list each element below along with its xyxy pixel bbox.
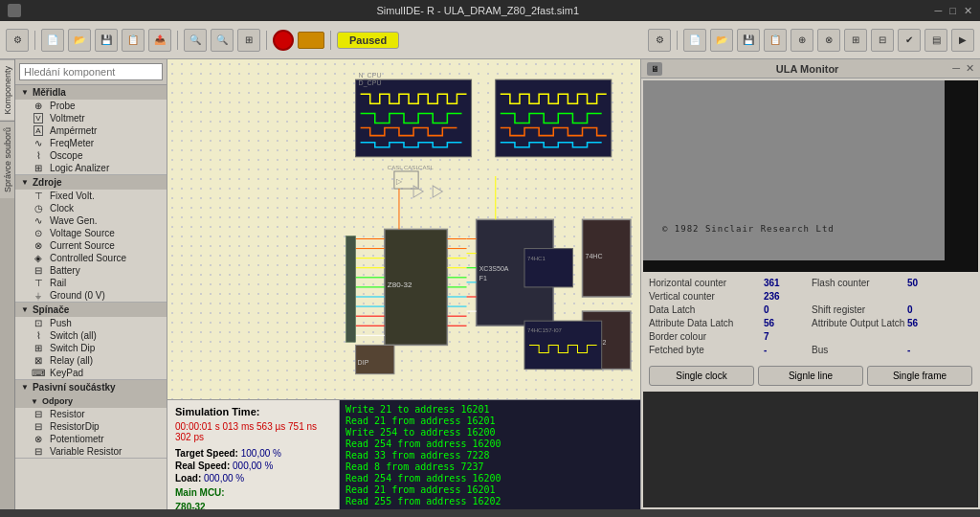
new-button[interactable]: 📄 — [41, 29, 64, 52]
svg-text:F1: F1 — [479, 275, 487, 281]
attr-output-latch-value: 56 — [907, 318, 955, 328]
ampmeter-icon — [31, 126, 46, 136]
settings-button[interactable]: ⚙ — [6, 29, 29, 52]
probe-label: Probe — [50, 101, 76, 111]
ula-btn-3[interactable]: 💾 — [737, 29, 760, 52]
item-resistordip[interactable]: ⊟ ResistorDip — [15, 420, 167, 433]
item-battery[interactable]: ⊟ Battery — [15, 264, 167, 277]
horizontal-counter-label: Horizontal counter — [649, 278, 764, 288]
schematic-canvas[interactable]: Z80-32 — [167, 59, 640, 399]
flash-counter-label: Flash counter — [812, 278, 907, 288]
item-freqmeter[interactable]: FreqMeter — [15, 137, 167, 149]
zoom-in-button[interactable]: 🔍 — [184, 29, 207, 52]
fit-button[interactable]: ⊞ — [237, 29, 260, 52]
item-controlled-source[interactable]: ◈ Controlled Source — [15, 252, 167, 264]
ula-btn-1[interactable]: 📄 — [683, 29, 706, 52]
close-icon[interactable]: ✕ — [964, 5, 972, 17]
item-current-source[interactable]: ⊗ Current Source — [15, 239, 167, 252]
save-button[interactable]: 💾 — [95, 29, 118, 52]
item-ampmeter[interactable]: Ampérmetr — [15, 124, 167, 137]
item-voltmeter[interactable]: Voltmetr — [15, 112, 167, 124]
maximize-icon[interactable]: □ — [949, 5, 956, 17]
item-logic[interactable]: Logic Analizer — [15, 162, 167, 174]
ula-close-icon[interactable]: ✕ — [966, 62, 974, 75]
ula-monitor-icon: 🖥 — [647, 62, 662, 76]
data-latch-label: Data Latch — [649, 304, 764, 315]
ula-log-area — [643, 392, 978, 507]
log-line: Read 255 from address 16202 — [345, 496, 635, 506]
ula-window-controls[interactable]: ─ ✕ — [952, 62, 974, 75]
attr-data-latch-value: 56 — [764, 318, 812, 328]
item-switch-dip[interactable]: ⊞ Switch Dip — [15, 342, 167, 354]
svg-rect-38 — [346, 236, 356, 342]
section-pasivni-header[interactable]: Pasivní součástky — [15, 380, 167, 394]
csrc-icon: ⊗ — [31, 241, 46, 251]
item-voltage-source[interactable]: ⊙ Voltage Source — [15, 227, 167, 239]
tab-komponenty[interactable]: Komponenty — [0, 59, 14, 121]
battery-icon: ⊟ — [31, 266, 46, 276]
ula-btn-5[interactable]: ⊕ — [791, 29, 813, 52]
target-speed-row: Target Speed: 100,00 % — [175, 448, 331, 459]
window-controls[interactable]: ─ □ ✕ — [935, 5, 972, 17]
item-relay[interactable]: ⊠ Relay (all) — [15, 354, 167, 367]
svg-text:DIP: DIP — [358, 359, 369, 366]
section-zdroje-header[interactable]: Zdroje — [15, 175, 167, 190]
ula-btn-9[interactable]: ✔ — [898, 29, 921, 52]
zoom-out-button[interactable]: 🔍 — [211, 29, 234, 52]
vsrc-label: Voltage Source — [50, 228, 115, 238]
item-push[interactable]: ⊡ Push — [15, 317, 167, 329]
ula-btn-11[interactable]: ▶ — [951, 29, 974, 52]
item-clock[interactable]: ◷ Clock — [15, 202, 167, 214]
bus-value: - — [907, 345, 955, 355]
cassette-button[interactable] — [298, 32, 324, 49]
ula-btn-2[interactable]: 📂 — [710, 29, 733, 52]
horizontal-counter-value: 361 — [764, 278, 812, 288]
push-icon: ⊡ — [31, 319, 46, 328]
minimize-icon[interactable]: ─ — [935, 5, 943, 17]
single-line-button[interactable]: Signle line — [758, 366, 863, 386]
save-as-button[interactable]: 📋 — [122, 29, 145, 52]
ula-btn-6[interactable]: ⊗ — [817, 29, 840, 52]
ula-sync-bar-bottom — [643, 260, 978, 272]
item-varresistor[interactable]: ⊟ Variable Resistor — [15, 445, 167, 458]
single-frame-button[interactable]: Single frame — [867, 366, 972, 386]
section-merila-header[interactable]: Měřidla — [15, 85, 167, 100]
oscope-icon — [31, 151, 46, 161]
fixed-label: Fixed Volt. — [50, 191, 95, 201]
ctrl-icon: ◈ — [31, 254, 46, 263]
ula-btn-8[interactable]: ⊟ — [871, 29, 894, 52]
item-probe[interactable]: Probe — [15, 100, 167, 112]
pause-button[interactable]: Paused — [337, 32, 399, 49]
item-keypad[interactable]: ⌨ KeyPad — [15, 367, 167, 379]
open-button[interactable]: 📂 — [68, 29, 91, 52]
item-fixed-volt[interactable]: ⊤ Fixed Volt. — [15, 190, 167, 202]
section-spinace-header[interactable]: Spínače — [15, 303, 167, 317]
item-wave-gen[interactable]: ∿ Wave Gen. — [15, 214, 167, 227]
item-ground[interactable]: ⏚ Ground (0 V) — [15, 289, 167, 302]
item-switch-all[interactable]: ⌇ Switch (all) — [15, 329, 167, 342]
ula-btn-7[interactable]: ⊞ — [844, 29, 867, 52]
keypad-icon: ⌨ — [31, 369, 46, 378]
log-line: Read 254 from address 16200 — [345, 438, 635, 449]
tab-soubory[interactable]: Správce souborů — [0, 121, 14, 198]
ula-btn-4[interactable]: 📋 — [764, 29, 787, 52]
ula-btn-10[interactable]: ▤ — [924, 29, 947, 52]
single-clock-button[interactable]: Single clock — [649, 366, 754, 386]
record-button[interactable] — [273, 30, 294, 51]
search-input[interactable] — [19, 63, 163, 80]
search-area — [15, 59, 167, 85]
item-potentiometr[interactable]: ⊗ Potentiometr — [15, 433, 167, 445]
item-rail[interactable]: ⊤ Rail — [15, 277, 167, 289]
mcu-value: Z80-32 — [175, 502, 331, 509]
ula-minimize-icon[interactable]: ─ — [952, 62, 960, 75]
export-button[interactable]: 📤 — [148, 29, 171, 52]
item-oscope[interactable]: Oscope — [15, 149, 167, 162]
app-icon — [8, 4, 21, 17]
ula-settings-button[interactable]: ⚙ — [648, 29, 671, 52]
item-resistor[interactable]: ⊟ Resistor — [15, 408, 167, 420]
freqmeter-label: FreqMeter — [50, 138, 94, 148]
log-line: Read 8 from address 7237 — [345, 461, 635, 472]
clock-icon: ◷ — [31, 204, 46, 214]
log-line: Read 21 from address 16201 — [345, 484, 635, 495]
section-odpory-header[interactable]: Odpory — [15, 394, 167, 408]
